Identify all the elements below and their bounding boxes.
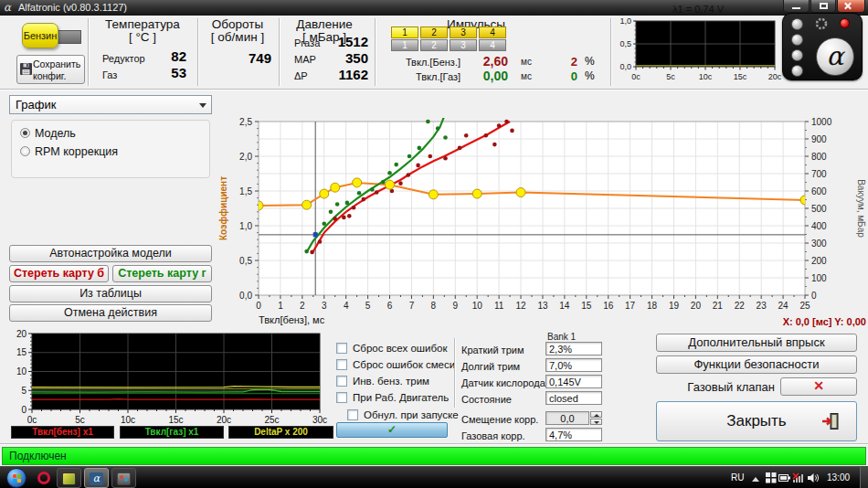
battery-icon[interactable]	[778, 472, 791, 483]
model-chart[interactable]: 0123456789101112131415161718192021222324…	[217, 114, 866, 329]
hidden-icons-arrow-icon[interactable]	[752, 477, 759, 482]
gas-channel-3-button[interactable]: 3	[450, 39, 477, 51]
svg-text:100: 100	[811, 273, 827, 283]
svg-text:10: 10	[16, 366, 27, 377]
maximize-icon	[820, 3, 828, 9]
offset-corr-spinner[interactable]	[590, 411, 602, 425]
scope-legend-0[interactable]: Твкл[бенз] x1	[11, 426, 114, 439]
maximize-button[interactable]	[810, 0, 836, 13]
save-config-button[interactable]: Сохранить конфиг.	[16, 55, 85, 84]
gas-percent-value: 0	[561, 69, 577, 83]
svg-text:0,0: 0,0	[239, 291, 252, 301]
svg-text:5: 5	[365, 301, 371, 311]
svg-text:0,5: 0,5	[619, 39, 631, 48]
start-button[interactable]	[6, 468, 26, 488]
gas-temp-label: Газ	[102, 69, 117, 80]
gas-channel-4-button[interactable]: 4	[479, 39, 506, 51]
floppy-icon	[20, 63, 32, 75]
speaker-icon[interactable]	[807, 472, 819, 483]
tinj-gas-value: 0,00	[468, 69, 508, 83]
svg-text:0c: 0c	[27, 415, 37, 425]
device-button-3[interactable]	[791, 49, 803, 61]
taskbar-app-3[interactable]	[111, 468, 136, 488]
svg-text:30c: 30c	[312, 415, 327, 425]
svg-text:0: 0	[811, 291, 817, 301]
petrol-channel-2-button[interactable]: 2	[420, 27, 448, 38]
device-button-2[interactable]	[791, 34, 803, 46]
chevron-down-icon	[199, 103, 206, 108]
clock[interactable]: 13:00	[827, 472, 850, 488]
network-icon[interactable]	[792, 472, 805, 483]
undo-action-button[interactable]: Отмена действия	[9, 304, 212, 322]
window-title: Alfatronic (v0.80.3.1127)	[18, 2, 127, 13]
checkbox-icon	[336, 343, 347, 354]
view-select-dropdown[interactable]: График	[9, 95, 212, 114]
svg-text:600: 600	[811, 186, 827, 196]
temperature-title: Температура	[91, 17, 194, 31]
show-desktop-button[interactable]	[860, 467, 868, 488]
taskbar-app-1[interactable]	[57, 468, 81, 488]
xy-readout: X: 0,0 [мс] Y: 0,00	[685, 316, 866, 327]
scope-legend-2[interactable]: DeltaP x 200	[228, 426, 333, 439]
opera-icon[interactable]	[37, 472, 50, 484]
map-value: 350	[308, 50, 368, 66]
deltap-label: ΔP	[294, 70, 308, 81]
minimize-button[interactable]	[783, 0, 810, 13]
separator	[88, 18, 90, 86]
radio-model[interactable]	[20, 128, 30, 138]
svg-text:10c: 10c	[121, 415, 135, 425]
svg-text:11: 11	[494, 301, 504, 311]
gas-channel-2-button[interactable]: 2	[420, 39, 448, 51]
device-button-4[interactable]	[791, 65, 803, 77]
separator	[454, 338, 456, 408]
scope-legend-label: Твкл[газ] x1	[145, 427, 199, 437]
svg-text:7: 7	[409, 301, 415, 311]
svg-text:400: 400	[811, 221, 827, 231]
fuel-switch-button[interactable]: Бензин	[22, 23, 58, 48]
fuel-switch-slider[interactable]	[57, 30, 81, 44]
petrol-channel-1-button[interactable]: 1	[391, 27, 418, 38]
gas-valve-button[interactable]: ✕	[780, 377, 857, 396]
scope-legend-1[interactable]: Твкл[газ] x1	[120, 426, 224, 439]
alfatronic-window: α Alfatronic (v0.80.3.1127) Бензин Сохра…	[0, 0, 868, 488]
checkbox-label: Сброс ошибок смеси	[353, 359, 455, 370]
offset-corr-value[interactable]: 0,0	[545, 411, 589, 425]
close-window-button[interactable]	[837, 0, 865, 13]
svg-text:1,0: 1,0	[619, 16, 631, 26]
state-label: Состояние	[461, 394, 512, 405]
svg-text:17: 17	[625, 301, 636, 311]
tinj-petrol-value: 2,60	[468, 54, 508, 69]
svg-text:700: 700	[811, 169, 827, 179]
svg-text:19: 19	[669, 301, 680, 311]
connection-status-bar: Подключен	[2, 447, 866, 465]
tinj-gas-label: Твкл.[Газ]	[387, 71, 460, 82]
close-app-button[interactable]: Закрыть	[656, 401, 857, 441]
svg-text:5c: 5c	[75, 415, 85, 425]
gas-channel-1-button[interactable]: 1	[391, 39, 418, 51]
radio-rpm-correction[interactable]	[20, 146, 30, 156]
svg-text:4: 4	[344, 301, 349, 311]
long-trim-value: 7,0%	[545, 358, 602, 372]
clear-gas-map-button[interactable]: Стереть карту г	[112, 265, 212, 282]
language-indicator[interactable]: RU	[731, 472, 744, 488]
taskbar-app-alfatronic[interactable]: α	[84, 468, 109, 488]
scope-chart: 051015200c5c10c15c20c25c30c	[5, 329, 336, 426]
extra-injection-button[interactable]: Дополнительный впрыск	[656, 334, 857, 352]
device-button-1[interactable]	[791, 18, 803, 30]
action-center-icon[interactable]	[766, 472, 777, 483]
alpha-app-icon: α	[90, 472, 103, 485]
spinner-down-icon[interactable]	[590, 419, 602, 425]
petrol-channel-4-button[interactable]: 4	[479, 27, 506, 38]
bank-title: Bank 1	[547, 332, 576, 342]
petrol-channel-3-button[interactable]: 3	[450, 27, 477, 38]
lambda-title: λ1 = 0,74 V	[614, 4, 782, 15]
checkbox-label: Обнул. при запуске	[364, 409, 459, 420]
svg-text:12: 12	[515, 301, 526, 311]
apply-button[interactable]: ✓	[336, 422, 448, 438]
reducer-temp-value: 82	[133, 48, 186, 64]
from-table-button[interactable]: Из таблицы	[9, 285, 212, 302]
clear-petrol-map-button[interactable]: Стереть карту б	[9, 265, 109, 282]
spinner-up-icon[interactable]	[590, 411, 602, 418]
safety-functions-button[interactable]: Функции безопасности	[656, 355, 857, 374]
autotune-model-button[interactable]: Автонастройка модели	[9, 245, 212, 262]
